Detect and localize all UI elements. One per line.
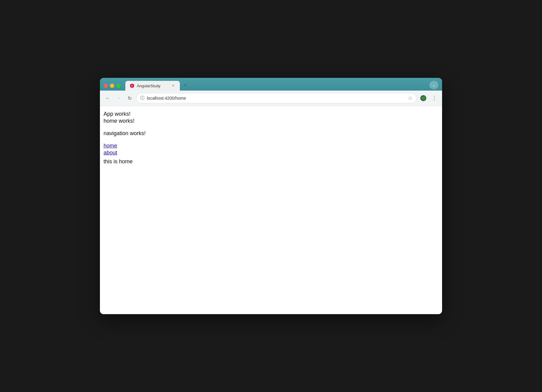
window-controls <box>104 84 121 88</box>
reload-button[interactable]: ↻ <box>125 94 134 102</box>
tab-close-button[interactable]: × <box>171 83 176 88</box>
navigation-bar: ← → ↻ ⓘ localhost:4200/home ☆ 🌿 ⋮ <box>100 91 442 106</box>
browser-window: AngularStudy × + ⌄ ← → ↻ ⓘ localhost:420… <box>100 78 442 314</box>
nav-works-text: navigation works! <box>104 130 438 137</box>
angular-logo-icon <box>130 83 134 88</box>
close-button[interactable] <box>104 84 108 88</box>
home-link[interactable]: home <box>104 143 438 149</box>
new-tab-button[interactable]: + <box>181 81 190 89</box>
active-tab[interactable]: AngularStudy × <box>125 81 180 91</box>
tab-title: AngularStudy <box>137 84 168 88</box>
bookmark-star-icon[interactable]: ☆ <box>408 95 413 101</box>
forward-button[interactable]: → <box>114 94 123 102</box>
back-button[interactable]: ← <box>104 94 112 102</box>
page-content: App works! home works! navigation works!… <box>100 106 442 314</box>
tabs-area: AngularStudy × + <box>125 81 427 91</box>
page-body-text: this is home <box>104 158 438 165</box>
address-bar[interactable]: ⓘ localhost:4200/home ☆ <box>136 93 417 103</box>
maximize-button[interactable] <box>116 84 121 88</box>
nav-links-container: home about <box>104 143 438 156</box>
url-text: localhost:4200/home <box>147 96 405 101</box>
tab-dropdown-button[interactable]: ⌄ <box>429 81 438 89</box>
browser-menu-button[interactable]: ⋮ <box>430 94 438 102</box>
app-works-text: App works! <box>104 111 438 117</box>
minimize-button[interactable] <box>110 84 114 88</box>
info-icon: ⓘ <box>140 95 144 101</box>
home-works-text: home works! <box>104 118 438 124</box>
svg-text:🌿: 🌿 <box>421 96 425 100</box>
title-bar: AngularStudy × + ⌄ <box>100 78 442 91</box>
about-link[interactable]: about <box>104 150 438 156</box>
extension-icon[interactable]: 🌿 <box>419 94 428 102</box>
